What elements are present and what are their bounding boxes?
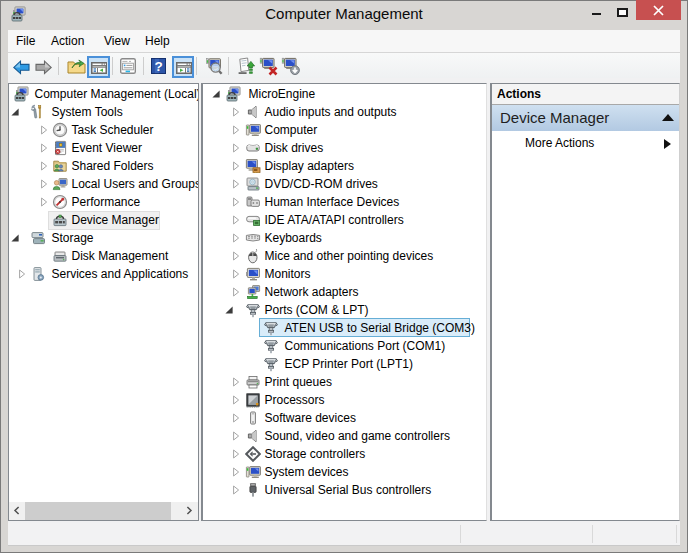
svg-text:?: ? [154, 59, 162, 74]
